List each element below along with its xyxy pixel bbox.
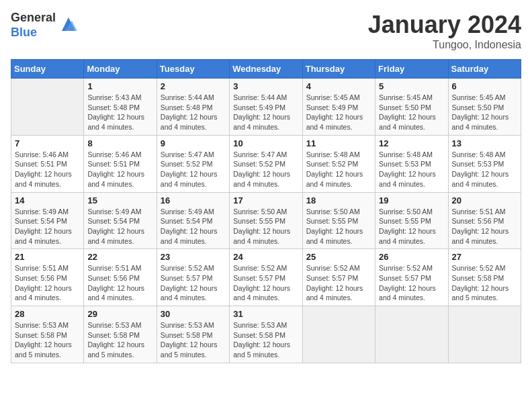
calendar-day-cell: 11Sunrise: 5:48 AMSunset: 5:52 PMDayligh… [302,135,375,192]
header-day: Sunday [11,60,84,79]
calendar-week-row: 21Sunrise: 5:51 AMSunset: 5:56 PMDayligh… [11,249,521,306]
header-day: Saturday [448,60,521,79]
calendar-day-cell [448,306,521,363]
day-number: 21 [15,252,80,262]
logo-text: General Blue [11,11,56,40]
calendar-header: SundayMondayTuesdayWednesdayThursdayFrid… [11,60,521,79]
header-day: Friday [375,60,448,79]
day-number: 31 [233,309,298,319]
calendar-day-cell: 4Sunrise: 5:45 AMSunset: 5:49 PMDaylight… [302,79,375,136]
day-info: Sunrise: 5:49 AMSunset: 5:54 PMDaylight:… [161,207,226,246]
calendar-week-row: 1Sunrise: 5:43 AMSunset: 5:48 PMDaylight… [11,79,521,136]
logo-icon [58,14,79,37]
logo-blue: Blue [11,26,56,40]
calendar-week-row: 14Sunrise: 5:49 AMSunset: 5:54 PMDayligh… [11,192,521,249]
calendar-day-cell: 26Sunrise: 5:52 AMSunset: 5:57 PMDayligh… [375,249,448,306]
day-info: Sunrise: 5:47 AMSunset: 5:52 PMDaylight:… [161,150,226,189]
day-info: Sunrise: 5:48 AMSunset: 5:53 PMDaylight:… [452,150,517,189]
calendar-day-cell: 9Sunrise: 5:47 AMSunset: 5:52 PMDaylight… [157,135,229,192]
logo-general: General [11,11,56,26]
calendar-day-cell: 24Sunrise: 5:52 AMSunset: 5:57 PMDayligh… [230,249,302,306]
calendar-body: 1Sunrise: 5:43 AMSunset: 5:48 PMDaylight… [11,79,521,363]
day-number: 8 [87,138,152,148]
day-number: 10 [233,138,298,148]
calendar-day-cell: 20Sunrise: 5:51 AMSunset: 5:56 PMDayligh… [448,192,521,249]
day-info: Sunrise: 5:43 AMSunset: 5:48 PMDaylight:… [87,93,152,132]
calendar-day-cell: 29Sunrise: 5:53 AMSunset: 5:58 PMDayligh… [84,306,157,363]
day-number: 30 [161,309,226,319]
day-info: Sunrise: 5:53 AMSunset: 5:58 PMDaylight:… [87,320,152,360]
day-number: 3 [233,81,298,91]
day-number: 14 [15,195,80,205]
calendar-day-cell [11,79,84,136]
day-number: 19 [379,195,444,205]
calendar-day-cell: 18Sunrise: 5:50 AMSunset: 5:55 PMDayligh… [302,192,375,249]
day-number: 26 [379,252,444,262]
calendar-day-cell: 13Sunrise: 5:48 AMSunset: 5:53 PMDayligh… [448,135,521,192]
page-header: General Blue January 2024 Tungoo, Indone… [11,11,521,51]
calendar-day-cell: 21Sunrise: 5:51 AMSunset: 5:56 PMDayligh… [11,249,84,306]
day-info: Sunrise: 5:51 AMSunset: 5:56 PMDaylight:… [15,263,80,303]
day-info: Sunrise: 5:45 AMSunset: 5:49 PMDaylight:… [306,93,371,132]
calendar-day-cell: 14Sunrise: 5:49 AMSunset: 5:54 PMDayligh… [11,192,84,249]
calendar-day-cell: 6Sunrise: 5:45 AMSunset: 5:50 PMDaylight… [448,79,521,136]
day-info: Sunrise: 5:53 AMSunset: 5:58 PMDaylight:… [233,320,298,360]
day-number: 13 [452,138,517,148]
day-number: 17 [233,195,298,205]
day-info: Sunrise: 5:45 AMSunset: 5:50 PMDaylight:… [452,93,517,132]
day-number: 6 [452,81,517,91]
day-info: Sunrise: 5:44 AMSunset: 5:48 PMDaylight:… [161,93,226,132]
day-info: Sunrise: 5:47 AMSunset: 5:52 PMDaylight:… [233,150,298,189]
day-info: Sunrise: 5:50 AMSunset: 5:55 PMDaylight:… [306,207,371,246]
header-day: Wednesday [230,60,302,79]
day-info: Sunrise: 5:50 AMSunset: 5:55 PMDaylight:… [379,207,444,246]
calendar-subtitle: Tungoo, Indonesia [368,39,521,51]
day-number: 27 [452,252,517,262]
day-info: Sunrise: 5:50 AMSunset: 5:55 PMDaylight:… [233,207,298,246]
header-day: Monday [84,60,157,79]
calendar-day-cell: 1Sunrise: 5:43 AMSunset: 5:48 PMDaylight… [84,79,157,136]
day-info: Sunrise: 5:52 AMSunset: 5:58 PMDaylight:… [452,263,517,303]
calendar-day-cell: 17Sunrise: 5:50 AMSunset: 5:55 PMDayligh… [230,192,302,249]
day-number: 5 [379,81,444,91]
calendar-day-cell [302,306,375,363]
day-number: 16 [161,195,226,205]
day-info: Sunrise: 5:51 AMSunset: 5:56 PMDaylight:… [87,263,152,303]
day-number: 28 [15,309,80,319]
calendar-day-cell: 23Sunrise: 5:52 AMSunset: 5:57 PMDayligh… [157,249,229,306]
calendar-day-cell: 3Sunrise: 5:44 AMSunset: 5:49 PMDaylight… [230,79,302,136]
day-info: Sunrise: 5:46 AMSunset: 5:51 PMDaylight:… [15,150,80,189]
day-number: 23 [161,252,226,262]
header-day: Tuesday [157,60,229,79]
day-info: Sunrise: 5:48 AMSunset: 5:53 PMDaylight:… [379,150,444,189]
day-number: 11 [306,138,371,148]
calendar-day-cell: 25Sunrise: 5:52 AMSunset: 5:57 PMDayligh… [302,249,375,306]
day-number: 18 [306,195,371,205]
day-info: Sunrise: 5:48 AMSunset: 5:52 PMDaylight:… [306,150,371,189]
calendar-day-cell: 30Sunrise: 5:53 AMSunset: 5:58 PMDayligh… [157,306,229,363]
day-number: 9 [161,138,226,148]
day-number: 7 [15,138,80,148]
calendar-day-cell: 7Sunrise: 5:46 AMSunset: 5:51 PMDaylight… [11,135,84,192]
calendar-day-cell: 8Sunrise: 5:46 AMSunset: 5:51 PMDaylight… [84,135,157,192]
calendar-day-cell: 19Sunrise: 5:50 AMSunset: 5:55 PMDayligh… [375,192,448,249]
header-row: SundayMondayTuesdayWednesdayThursdayFrid… [11,60,521,79]
calendar-day-cell: 15Sunrise: 5:49 AMSunset: 5:54 PMDayligh… [84,192,157,249]
calendar-week-row: 7Sunrise: 5:46 AMSunset: 5:51 PMDaylight… [11,135,521,192]
logo: General Blue [11,11,79,40]
day-number: 24 [233,252,298,262]
calendar-title: January 2024 [368,11,521,39]
day-number: 29 [87,309,152,319]
day-info: Sunrise: 5:52 AMSunset: 5:57 PMDaylight:… [161,263,226,303]
day-info: Sunrise: 5:52 AMSunset: 5:57 PMDaylight:… [306,263,371,303]
day-info: Sunrise: 5:44 AMSunset: 5:49 PMDaylight:… [233,93,298,132]
calendar-week-row: 28Sunrise: 5:53 AMSunset: 5:58 PMDayligh… [11,306,521,363]
calendar-day-cell: 10Sunrise: 5:47 AMSunset: 5:52 PMDayligh… [230,135,302,192]
day-number: 22 [87,252,152,262]
calendar-day-cell: 31Sunrise: 5:53 AMSunset: 5:58 PMDayligh… [230,306,302,363]
day-info: Sunrise: 5:52 AMSunset: 5:57 PMDaylight:… [233,263,298,303]
calendar-day-cell: 22Sunrise: 5:51 AMSunset: 5:56 PMDayligh… [84,249,157,306]
title-block: January 2024 Tungoo, Indonesia [368,11,521,51]
header-day: Thursday [302,60,375,79]
calendar-day-cell: 28Sunrise: 5:53 AMSunset: 5:58 PMDayligh… [11,306,84,363]
